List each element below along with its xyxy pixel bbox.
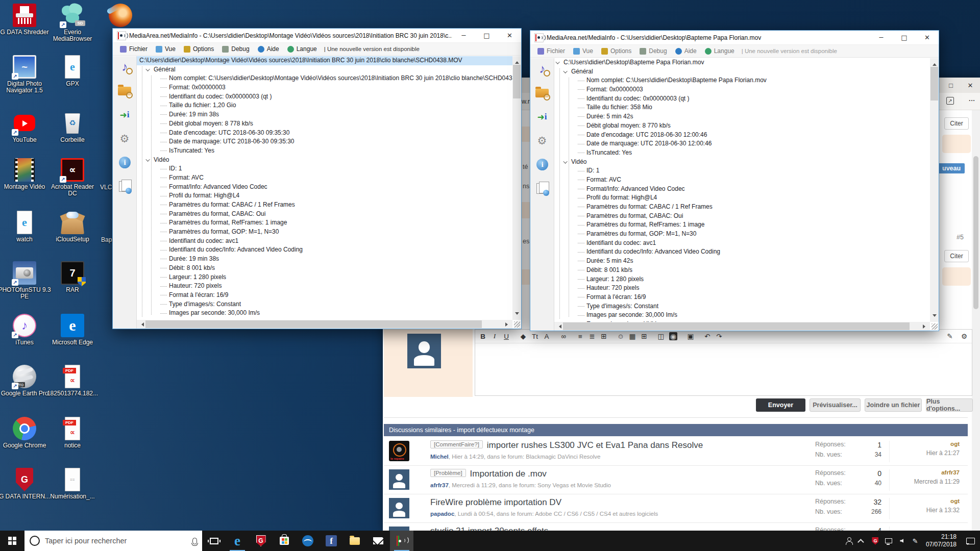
- volume-icon[interactable]: [895, 531, 909, 551]
- tree-item[interactable]: Espace de couleurs: YUV: [554, 320, 930, 322]
- tree-item[interactable]: Profil du format: High@L4: [554, 193, 930, 203]
- tree-item[interactable]: Durée: 19 min 38s: [137, 110, 512, 119]
- tree-item[interactable]: Débit global moyen: 8 770 kb/s: [554, 121, 930, 131]
- envoyer-button[interactable]: Envoyer: [756, 398, 805, 412]
- last-post-user[interactable]: ogt: [890, 498, 960, 504]
- thread-avatar[interactable]: [389, 469, 409, 490]
- undo-icon[interactable]: ↶: [704, 332, 711, 340]
- tree-item[interactable]: Durée: 5 min 42s: [554, 257, 930, 266]
- browser-more-icon[interactable]: ···: [969, 97, 975, 104]
- tree-item[interactable]: Images par seconde: 30,000 Im/s: [554, 311, 930, 320]
- taskbar-clock[interactable]: 21:18 07/07/2018: [922, 533, 961, 548]
- tree-item[interactable]: Identifiant du codec: 0x00000003 (qt ): [554, 94, 930, 104]
- menu-item-langue[interactable]: Langue: [701, 46, 739, 56]
- desktop-icon-g-data-shredder[interactable]: G DATA Shredder: [0, 4, 51, 36]
- insert-table-icon[interactable]: ⊞: [641, 332, 648, 340]
- close-button[interactable]: ✕: [498, 29, 521, 43]
- open-folder-icon[interactable]: [533, 84, 551, 102]
- microphone-icon[interactable]: [192, 538, 197, 544]
- open-folder-icon[interactable]: [116, 82, 133, 99]
- taskbar-app-mediainfo[interactable]: [390, 531, 413, 551]
- tree-section[interactable]: Général: [554, 67, 930, 77]
- minimize-button[interactable]: ─: [870, 31, 893, 45]
- special-media-icon[interactable]: ◉: [669, 332, 677, 340]
- tree-item[interactable]: Largeur: 1 280 pixels: [137, 273, 512, 282]
- plus-d-options--button[interactable]: Plus d'options...: [926, 398, 973, 412]
- tree-item[interactable]: Identifiant du codec: 0x00000003 (qt ): [137, 92, 512, 102]
- about-icon[interactable]: i: [533, 156, 551, 173]
- share-icon[interactable]: ↗: [946, 97, 954, 105]
- thread-avatar[interactable]: le repaire: [389, 441, 409, 461]
- desktop-icon-google-earth-pro[interactable]: Pro↗Google Earth Pro: [0, 365, 51, 397]
- resize-grip[interactable]: [932, 323, 938, 330]
- title-bar[interactable]: MediaArea.net/MediaInfo - C:\Users\didie…: [113, 29, 521, 43]
- vertical-scrollbar[interactable]: [930, 58, 939, 322]
- taskbar-app-task-view[interactable]: [202, 531, 226, 551]
- smilies-icon[interactable]: ☺: [617, 333, 624, 340]
- reply-editor[interactable]: BIU◆TtA∞≡≣⊞☺▦⊞◫◉▣↶↷✎⚙: [475, 329, 972, 396]
- tree-item[interactable]: Identifiant du codec: avc1: [554, 239, 930, 248]
- tree-item[interactable]: Format: 0x00000003: [137, 83, 512, 92]
- about-icon[interactable]: i: [116, 154, 133, 171]
- menu-item-fichier[interactable]: Fichier: [533, 46, 569, 56]
- thread-badge[interactable]: [Problème]: [430, 469, 466, 477]
- desktop-icon-photofunstu-9-3-pe[interactable]: ↗PHOTOfunSTU 9.3 PE: [0, 261, 51, 300]
- last-post-user[interactable]: afrfr37: [890, 469, 960, 475]
- desktop-icon-acrobat-reader-dc[interactable]: ∝↗Acrobat Reader DC: [46, 158, 99, 197]
- tree-item[interactable]: Paramètres du format, RefFrames: 1 image: [137, 218, 512, 228]
- vertical-scrollbar[interactable]: [512, 56, 521, 320]
- desktop-icon-icloudsetup[interactable]: iCloudSetup: [46, 211, 99, 243]
- citer-button[interactable]: Citer: [944, 117, 969, 130]
- tree-item[interactable]: Hauteur: 720 pixels: [554, 284, 930, 293]
- tree-item[interactable]: Nom complet: C:\Users\didier\Desktop\Mon…: [137, 74, 512, 83]
- taskbar-app-openoffice[interactable]: [296, 531, 320, 551]
- tree-item[interactable]: Type d'images/s: Constant: [554, 302, 930, 311]
- tree-item[interactable]: IsTruncated: Yes: [554, 148, 930, 158]
- tree-section[interactable]: Vidéo: [137, 156, 512, 165]
- horizontal-scrollbar[interactable]: [137, 320, 512, 329]
- tree-section[interactable]: Général: [137, 65, 512, 74]
- tree-item[interactable]: Taille du fichier: 358 Mio: [554, 103, 930, 112]
- italic-icon[interactable]: I: [491, 332, 498, 340]
- tree-item[interactable]: ID: 1: [554, 166, 930, 176]
- tray-expand-icon[interactable]: [855, 531, 869, 551]
- tree-item[interactable]: Paramètres du format, CABAC: Oui: [554, 212, 930, 221]
- thread-author[interactable]: afrfr37: [430, 482, 449, 488]
- preferences-icon[interactable]: ⚙: [533, 132, 551, 149]
- desktop-icon-rar[interactable]: 7RAR: [46, 261, 99, 293]
- menu-item-debug[interactable]: Debug: [218, 44, 253, 54]
- list-numbered-icon[interactable]: ⊞: [600, 332, 607, 340]
- font-size-icon[interactable]: Tt: [531, 333, 538, 340]
- export-icon[interactable]: ➜i: [116, 106, 133, 123]
- update-notice[interactable]: | Une nouvelle version est disponible: [742, 48, 837, 54]
- insert-image-icon[interactable]: ▦: [629, 332, 636, 340]
- tree-item[interactable]: Date d'encodage: UTC 2018-06-30 12:00:46: [554, 131, 930, 140]
- tree-item[interactable]: Date de marquage: UTC 2018-06-30 12:00:4…: [554, 139, 930, 148]
- action-center-button[interactable]: [961, 538, 980, 544]
- text-color-icon[interactable]: ◆: [520, 332, 527, 340]
- update-notice[interactable]: | Une nouvelle version est disponible: [324, 46, 420, 52]
- menu-item-options[interactable]: Options: [597, 46, 635, 56]
- title-bar[interactable]: MediaArea.net/MediaInfo - C:\Users\didie…: [530, 31, 939, 45]
- tree-item[interactable]: Profil du format: High@L4: [137, 191, 512, 201]
- tree-item[interactable]: Paramètres du format, GOP: M=1, N=30: [554, 230, 930, 239]
- edit-mode-icon[interactable]: ✎: [946, 332, 953, 340]
- open-file-icon[interactable]: ♪: [533, 60, 551, 78]
- tree-item[interactable]: Format: 0x00000003: [554, 85, 930, 94]
- menu-item-vue[interactable]: Vue: [569, 46, 597, 56]
- tree-item[interactable]: Date d'encodage: UTC 2018-06-30 09:35:30: [137, 129, 512, 138]
- desktop-icon-everio-mediabrowser[interactable]: SD↗Everio MediaBrowser: [46, 4, 99, 42]
- desktop-icon-g-data-intern-[interactable]: GG DATA INTERN...: [0, 468, 51, 500]
- tree-item[interactable]: Type d'images/s: Constant: [137, 300, 512, 309]
- list-bulleted-icon[interactable]: ≣: [589, 332, 596, 340]
- joindre-un-fichier-button[interactable]: Joindre un fichier: [865, 398, 922, 412]
- taskbar-app-gdata[interactable]: G: [249, 531, 273, 551]
- tree-item[interactable]: Format: AVC: [137, 173, 512, 183]
- desktop-icon-notice[interactable]: PDF∝notice: [46, 417, 99, 449]
- menu-item-aide[interactable]: Aide: [254, 44, 283, 54]
- desktop-icon-corbeille[interactable]: ♻Corbeille: [46, 111, 99, 143]
- pen-icon[interactable]: ✎: [909, 531, 922, 551]
- editor-settings-icon[interactable]: ⚙: [961, 332, 968, 340]
- pr-visualiser--button[interactable]: Prévisualiser...: [810, 398, 861, 412]
- people-icon[interactable]: [842, 531, 855, 551]
